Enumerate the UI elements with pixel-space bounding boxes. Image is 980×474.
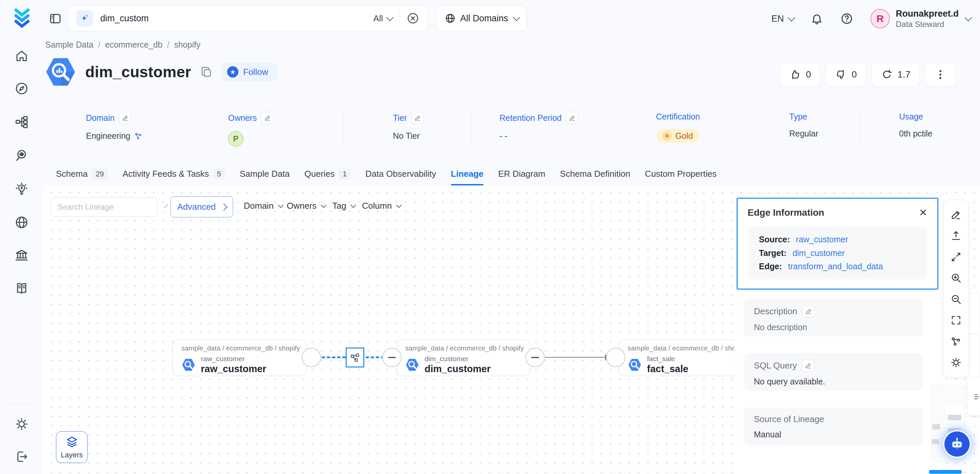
lineage-search-box[interactable] xyxy=(51,197,157,217)
tier-label[interactable]: Tier xyxy=(393,113,407,123)
tab-schema-definition[interactable]: Schema Definition xyxy=(560,162,630,185)
version-history-icon xyxy=(881,68,893,81)
rearrange-nodes-icon[interactable] xyxy=(950,336,962,347)
search-input[interactable] xyxy=(100,13,366,24)
tab-sample-data[interactable]: Sample Data xyxy=(240,162,290,185)
help-icon[interactable] xyxy=(840,12,853,25)
fullscreen-icon[interactable] xyxy=(950,315,962,326)
zoom-out-icon[interactable] xyxy=(950,294,962,305)
lineage-search-input[interactable] xyxy=(57,202,161,212)
lineage-edge[interactable] xyxy=(545,357,605,358)
bigquery-icon xyxy=(405,358,419,372)
breadcrumb-link[interactable]: ecommerce_db xyxy=(105,40,162,49)
all-domains-button[interactable]: All Domains xyxy=(436,5,527,31)
lineage-node-fact-sale[interactable]: sample_data / ecommerce_db / shopify fac… xyxy=(619,339,752,376)
node-connector[interactable] xyxy=(302,348,321,367)
ai-sparkle-icon[interactable] xyxy=(76,10,93,27)
language-selector[interactable]: EN xyxy=(771,14,793,24)
sidebar-item-insights[interactable] xyxy=(0,180,43,199)
follow-button[interactable]: ★ Follow xyxy=(222,62,277,81)
edge-pipeline-button[interactable] xyxy=(346,348,364,367)
search-scope-dropdown[interactable]: All xyxy=(373,13,391,24)
certification-label[interactable]: Certification xyxy=(656,112,700,121)
sidebar-item-settings[interactable] xyxy=(0,415,43,433)
tab-queries[interactable]: Queries1 xyxy=(304,162,351,185)
breadcrumb-link[interactable]: shopify xyxy=(174,40,200,49)
filter-owners-dropdown[interactable]: Owners xyxy=(287,201,325,211)
notifications-bell-icon[interactable] xyxy=(810,12,823,25)
filter-column-dropdown[interactable]: Column xyxy=(362,201,400,211)
copy-icon[interactable] xyxy=(200,65,213,78)
user-menu[interactable]: R Rounakpreet.d Data Steward xyxy=(870,8,970,29)
sql-query-value: No query available. xyxy=(754,377,913,387)
filter-tag-dropdown[interactable]: Tag xyxy=(332,201,354,211)
sidebar-item-domains[interactable] xyxy=(0,213,43,232)
metadata-tier: Tier No Tier xyxy=(344,110,472,147)
edge-target-link[interactable]: dim_customer xyxy=(792,248,845,258)
collapse-connector[interactable] xyxy=(382,348,402,367)
upvote-button[interactable]: 0 xyxy=(780,62,820,87)
collapse-connector[interactable] xyxy=(525,348,545,367)
sitemap-icon xyxy=(15,115,29,129)
domain-value[interactable]: Engineering xyxy=(86,131,130,141)
filter-domain-dropdown[interactable]: Domain xyxy=(244,201,282,211)
sidebar-item-logout[interactable] xyxy=(0,447,43,466)
edit-lineage-icon[interactable] xyxy=(950,209,962,220)
sidebar-item-explore[interactable] xyxy=(0,79,43,98)
horizontal-scrollbar[interactable] xyxy=(929,470,962,474)
lineage-node-raw-customer[interactable]: sample_data / ecommerce_db / shopify raw… xyxy=(172,339,306,376)
tab-count-badge: 5 xyxy=(213,169,225,180)
edit-sql-query-button[interactable] xyxy=(802,359,814,371)
globe-icon xyxy=(445,13,455,24)
tier-value: No Tier xyxy=(393,131,420,141)
sidebar-item-glossary[interactable] xyxy=(0,279,43,297)
breadcrumb-link[interactable]: Sample Data xyxy=(45,40,94,49)
tab-data-observability[interactable]: Data Observability xyxy=(365,162,436,185)
tab-activity-feeds[interactable]: Activity Feeds & Tasks5 xyxy=(123,162,225,185)
global-search-bar[interactable]: All xyxy=(68,5,428,31)
assistant-chatbot-button[interactable] xyxy=(944,431,970,457)
close-icon[interactable]: ✕ xyxy=(919,208,928,218)
edit-retention-button[interactable] xyxy=(566,112,578,124)
sidebar-item-lineage[interactable] xyxy=(0,113,43,131)
domain-label[interactable]: Domain xyxy=(86,113,115,123)
retention-label[interactable]: Retention Period xyxy=(500,113,562,123)
sidebar-toggle-icon[interactable] xyxy=(49,12,62,25)
owner-avatar[interactable]: P xyxy=(228,131,243,146)
sidebar-item-home[interactable] xyxy=(0,46,43,65)
zoom-in-icon[interactable] xyxy=(950,272,962,284)
advanced-search-button[interactable]: Advanced xyxy=(170,196,233,217)
edit-owners-button[interactable] xyxy=(261,112,274,124)
lineage-edge-selected[interactable] xyxy=(366,356,384,358)
minus-icon xyxy=(388,357,396,358)
owners-label[interactable]: Owners xyxy=(228,113,257,123)
tab-custom-properties[interactable]: Custom Properties xyxy=(645,162,717,185)
metadata-domain: Domain Engineering xyxy=(43,110,181,147)
edge-name-link[interactable]: transform_and_load_data xyxy=(788,262,883,271)
lineage-node-dim-customer[interactable]: sample_data / ecommerce_db / shopify dim… xyxy=(396,339,530,376)
clear-search-icon[interactable] xyxy=(407,12,419,25)
tab-lineage[interactable]: Lineage xyxy=(451,162,484,185)
version-button[interactable]: 1.7 xyxy=(872,62,920,87)
usage-label[interactable]: Usage xyxy=(899,112,923,121)
edit-tier-button[interactable] xyxy=(412,112,423,124)
type-label[interactable]: Type xyxy=(789,112,807,121)
tab-er-diagram[interactable]: ER Diagram xyxy=(498,162,546,185)
downvote-button[interactable]: 0 xyxy=(826,62,866,87)
floating-control-partial[interactable] xyxy=(968,378,980,415)
export-icon[interactable] xyxy=(950,230,962,241)
sidebar-item-govern[interactable] xyxy=(0,246,43,264)
more-options-button[interactable] xyxy=(925,62,955,87)
fit-view-icon[interactable] xyxy=(950,251,962,262)
lineage-edge-selected[interactable] xyxy=(322,356,346,358)
edit-domain-button[interactable] xyxy=(119,112,131,124)
lineage-settings-icon[interactable] xyxy=(950,357,962,368)
edge-source-link[interactable]: raw_customer xyxy=(796,235,848,244)
lineage-canvas[interactable]: Advanced Domain Owners Tag Column sample… xyxy=(43,185,980,474)
app-logo-icon[interactable] xyxy=(11,7,33,30)
edit-description-button[interactable] xyxy=(802,305,815,317)
node-connector[interactable] xyxy=(606,348,625,367)
layers-button[interactable]: Layers xyxy=(56,431,88,463)
sidebar-item-observability[interactable] xyxy=(0,146,43,164)
tab-schema[interactable]: Schema29 xyxy=(56,162,108,185)
